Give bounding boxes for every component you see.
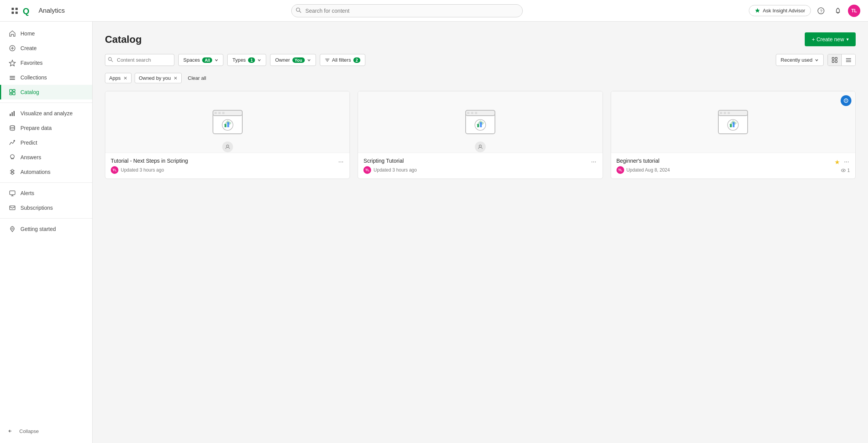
svg-rect-67: [718, 110, 748, 116]
collections-icon: [9, 74, 16, 81]
sidebar: Home Create Favorites: [0, 22, 93, 443]
sidebar-item-automations[interactable]: Automations: [0, 165, 92, 179]
header-actions: Ask Insight Advisor ? TL: [749, 4, 860, 18]
create-new-button[interactable]: + Create new ▾: [805, 32, 856, 46]
app-name: Analytics: [39, 7, 65, 15]
svg-rect-33: [10, 206, 15, 210]
svg-text:Q: Q: [23, 6, 29, 16]
svg-rect-43: [832, 61, 834, 62]
chevron-down-icon: [815, 58, 819, 62]
svg-rect-70: [728, 112, 730, 114]
svg-rect-30: [10, 191, 15, 195]
clear-all-filters-button[interactable]: Clear all: [185, 73, 209, 83]
sidebar-item-favorites[interactable]: Favorites: [0, 56, 92, 70]
svg-rect-0: [12, 8, 14, 10]
svg-rect-60: [471, 112, 473, 114]
svg-point-65: [479, 145, 481, 147]
sidebar-item-home[interactable]: Home: [0, 26, 92, 41]
svg-rect-49: [213, 110, 242, 116]
svg-rect-24: [12, 112, 13, 116]
app-card-2[interactable]: Scripting Tutorial TL Updated 3 hours ag…: [358, 91, 603, 179]
remove-apps-filter-icon[interactable]: ✕: [123, 76, 127, 81]
insight-advisor-button[interactable]: Ask Insight Advisor: [749, 5, 811, 16]
filter-tag-owned-by-you[interactable]: Owned by you ✕: [135, 73, 182, 83]
svg-rect-44: [835, 61, 837, 62]
chevron-down-icon: [307, 58, 311, 62]
sidebar-item-answers[interactable]: Answers: [0, 150, 92, 165]
card-footer-3: Beginner's tutorial TL Updated Aug 8, 20…: [611, 153, 855, 179]
page-title: Catalog: [105, 34, 142, 45]
svg-rect-64: [480, 122, 482, 127]
user-avatar[interactable]: TL: [848, 5, 860, 17]
svg-rect-18: [10, 79, 15, 80]
remove-owned-filter-icon[interactable]: ✕: [174, 76, 177, 81]
svg-rect-42: [835, 57, 837, 59]
filter-icon: [325, 57, 330, 62]
logo: Q Analytics: [22, 4, 65, 18]
app-card-1[interactable]: Tutorial - Next Steps in Scripting TL Up…: [105, 91, 350, 179]
card-badge-3: [841, 95, 851, 106]
sidebar-collapse-button[interactable]: Collapse: [0, 424, 92, 438]
svg-point-78: [843, 170, 844, 171]
svg-rect-17: [10, 77, 15, 78]
svg-rect-51: [218, 112, 221, 114]
svg-rect-25: [14, 111, 15, 116]
sidebar-item-prepare[interactable]: Prepare data: [0, 121, 92, 135]
card-meta-3: TL Updated Aug 8, 2024: [616, 166, 850, 174]
card-footer-2: Scripting Tutorial TL Updated 3 hours ag…: [358, 153, 602, 179]
svg-text:?: ?: [820, 8, 822, 13]
views-icon: [841, 168, 846, 173]
alerts-icon: [9, 190, 16, 197]
grid-menu-button[interactable]: [8, 4, 22, 18]
sidebar-divider-3: [0, 218, 92, 219]
card-menu-button-2[interactable]: ···: [589, 158, 598, 166]
sidebar-item-create[interactable]: Create: [0, 41, 92, 56]
svg-rect-3: [15, 12, 18, 14]
owner-filter-button[interactable]: Owner You: [270, 54, 316, 66]
sidebar-divider-1: [0, 103, 92, 103]
sidebar-bottom: Collapse: [0, 421, 92, 438]
content-search-input[interactable]: [105, 54, 174, 66]
main-content: Catalog + Create new ▾ Spaces: [93, 22, 868, 443]
subscriptions-icon: [9, 204, 16, 211]
predict-icon: [9, 139, 16, 146]
view-toggle: [827, 54, 856, 66]
sidebar-item-predict[interactable]: Predict: [0, 135, 92, 150]
card-star-button-3[interactable]: ★: [832, 158, 842, 167]
spaces-filter-button[interactable]: Spaces All: [178, 54, 223, 66]
search-input[interactable]: [291, 4, 523, 17]
svg-rect-21: [13, 92, 15, 95]
types-filter-button[interactable]: Types 1: [227, 54, 266, 66]
app-card-3[interactable]: Beginner's tutorial TL Updated Aug 8, 20…: [611, 91, 856, 179]
svg-rect-54: [225, 124, 226, 127]
card-meta-2: TL Updated 3 hours ago: [363, 166, 597, 174]
list-view-button[interactable]: [841, 54, 855, 66]
sidebar-item-subscriptions[interactable]: Subscriptions: [0, 200, 92, 215]
sidebar-item-getting-started[interactable]: Getting started: [0, 222, 92, 236]
home-icon: [9, 30, 16, 37]
help-button[interactable]: ?: [814, 4, 828, 18]
star-icon: [9, 59, 16, 66]
sidebar-item-catalog[interactable]: Catalog: [0, 85, 92, 99]
answers-icon: [9, 154, 16, 161]
svg-line-37: [111, 60, 113, 62]
svg-rect-69: [724, 112, 726, 114]
svg-rect-52: [222, 112, 225, 114]
data-icon: [9, 125, 16, 131]
cards-grid: Tutorial - Next Steps in Scripting TL Up…: [105, 91, 856, 179]
card-user-icon-2: [475, 141, 486, 152]
sidebar-item-collections[interactable]: Collections: [0, 70, 92, 85]
card-menu-button-1[interactable]: ···: [336, 158, 346, 166]
svg-rect-41: [832, 57, 834, 59]
notifications-button[interactable]: [831, 4, 845, 18]
card-menu-button-3[interactable]: ···: [842, 158, 851, 166]
sort-button[interactable]: Recently used: [776, 54, 824, 66]
all-filters-button[interactable]: All filters 2: [320, 54, 365, 66]
filter-tag-apps[interactable]: Apps ✕: [105, 73, 132, 83]
grid-view-button[interactable]: [828, 54, 841, 66]
sidebar-item-visualize[interactable]: Visualize and analyze: [0, 106, 92, 121]
svg-point-26: [10, 126, 15, 128]
svg-rect-22: [10, 93, 12, 95]
sidebar-item-alerts[interactable]: Alerts: [0, 186, 92, 200]
card-title-1: Tutorial - Next Steps in Scripting: [111, 158, 344, 164]
